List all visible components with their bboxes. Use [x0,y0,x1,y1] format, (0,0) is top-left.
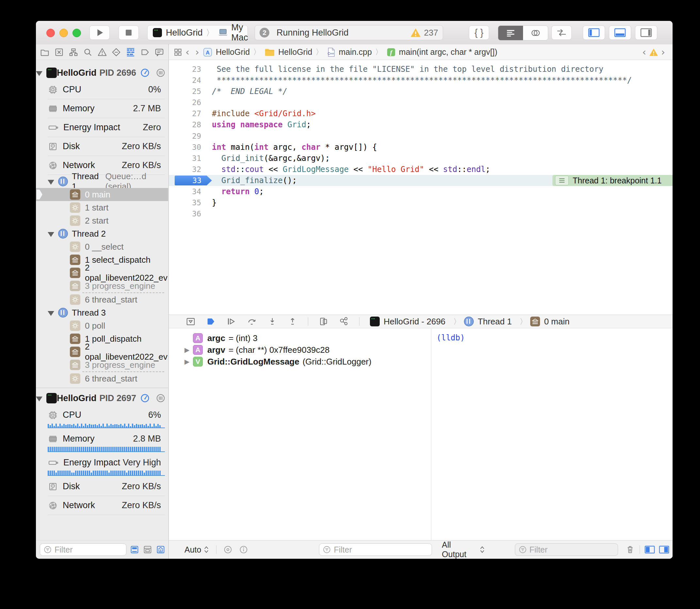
breakpoint-badge[interactable]: 33 [175,176,212,185]
line-number[interactable]: 28 [169,119,201,130]
line-number[interactable]: 23 [169,64,201,75]
debug-breadcrumb-item[interactable]: 0 main [544,317,569,327]
info-button[interactable] [239,545,249,555]
find-navigator-icon[interactable] [83,47,93,57]
stack-frame-row[interactable]: 3 progress_engine [36,358,168,371]
stat-row[interactable]: CPU6% [36,406,168,424]
console-view[interactable]: (lldb) [431,329,672,540]
thread-row[interactable]: Thread 2 [36,227,168,240]
disclosure-triangle-icon[interactable] [36,397,42,401]
variable-row[interactable]: ▶Aargv= (char **) 0x7ffee9039c28 [169,344,431,356]
related-items-icon[interactable] [173,48,183,57]
scheme-selector[interactable]: HelloGrid 〉 My Mac [147,25,248,40]
jump-bar-item[interactable]: main(int argc, char * argv[]) [399,47,498,57]
line-number[interactable]: 32 [169,164,201,175]
jump-bar-item[interactable]: main.cpp [339,47,372,57]
symbol-navigator-icon[interactable] [69,47,78,57]
line-number[interactable]: 25 [169,86,201,97]
gauge-columns-icon[interactable] [156,68,166,78]
previous-issue-button[interactable]: ‹ [642,46,646,58]
debug-navigator-icon[interactable] [126,47,136,57]
thread-row[interactable]: Thread 3 [36,306,168,319]
process-row[interactable]: HelloGridPID 2697 [36,391,168,406]
step-out-button[interactable] [288,317,297,326]
toggle-debug-area-button[interactable] [609,25,631,40]
disclosure-triangle-icon[interactable] [48,232,54,237]
jump-bar-item[interactable]: HelloGrid [216,47,250,57]
gauge-columns-icon[interactable] [156,393,166,403]
step-into-button[interactable] [268,317,277,326]
line-number[interactable]: 24 [169,75,201,86]
zoom-window-button[interactable] [72,29,81,37]
stack-frame-row[interactable]: 0 main [36,188,168,201]
stat-row[interactable]: NetworkZero KB/s [36,496,168,515]
disclosure-triangle-icon[interactable]: ▶ [185,358,193,366]
line-number[interactable]: 31 [169,153,201,164]
minimize-window-button[interactable] [59,29,68,37]
toggle-inspector-button[interactable] [635,25,657,40]
next-issue-button[interactable]: › [661,46,665,58]
code-snippets-button[interactable]: { } [469,25,489,40]
filter-debug-gauges-button[interactable] [143,545,152,555]
stack-frame-row[interactable]: 6 thread_start [36,372,168,385]
stat-row[interactable]: Memory2.7 MB [36,99,168,118]
line-number[interactable]: 27 [169,108,201,119]
assistant-editor-button[interactable] [523,26,548,40]
stack-frame-row[interactable]: 3 progress_engine [36,279,168,292]
line-number[interactable]: 26 [169,97,201,108]
hide-debug-area-button[interactable] [186,317,195,326]
breakpoint-annotation[interactable]: Thread 1: breakpoint 1.1 [552,175,672,186]
breakpoint-navigator-icon[interactable] [140,47,150,57]
close-window-button[interactable] [46,29,55,37]
process-row[interactable]: HelloGridPID 2696 [36,65,168,80]
filter-stack-frames-button[interactable] [156,545,166,555]
stack-frame-row[interactable]: 1 start [36,201,168,214]
version-editor-button[interactable] [551,25,572,40]
warning-count[interactable]: 237 [424,28,438,38]
test-navigator-icon[interactable] [111,47,121,57]
stat-row[interactable]: DiskZero KB/s [36,137,168,156]
standard-editor-button[interactable] [498,26,523,40]
run-button[interactable] [89,25,110,40]
line-number[interactable]: 35 [169,197,201,208]
disclosure-triangle-icon[interactable] [48,311,54,316]
console-filter-field[interactable]: Filter [515,543,618,556]
activity-status-bar[interactable]: 2 Running HelloGrid 237 [255,25,443,40]
stack-frame-row[interactable]: 2 start [36,214,168,227]
stat-row[interactable]: Energy ImpactVery High [36,453,168,472]
stop-button[interactable] [119,25,139,40]
gauge-speedometer-icon[interactable] [140,393,150,403]
continue-button[interactable] [226,317,236,326]
view-debugger-button[interactable] [319,317,328,326]
debug-breadcrumb-item[interactable]: HelloGrid - 2696 [383,317,445,327]
watch-variables-button[interactable] [223,545,233,555]
thread-row[interactable]: Thread 1Queue:…d (serial) [36,175,168,188]
line-number[interactable]: 30 [169,142,201,153]
disclosure-triangle-icon[interactable] [36,71,42,76]
stack-frame-row[interactable]: 0 poll [36,319,168,332]
project-navigator-icon[interactable] [40,47,50,57]
line-number[interactable]: 29 [169,130,201,142]
toggle-navigator-button[interactable] [583,25,605,40]
stat-row[interactable]: Energy ImpactZero [36,118,168,137]
jump-bar-item[interactable]: HelloGrid [278,47,312,57]
disclosure-triangle-icon[interactable] [48,180,54,185]
variables-scope-popup[interactable]: Auto [185,545,211,555]
step-over-button[interactable] [246,317,257,326]
console-output-popup[interactable]: All Output [442,540,487,559]
line-number[interactable]: 34 [169,186,201,197]
go-forward-button[interactable]: › [195,46,199,58]
toggle-variables-view-button[interactable] [645,545,655,554]
stack-frame-row[interactable]: 2 opal_libevent2022_ev… [36,345,168,358]
source-control-navigator-icon[interactable] [54,47,64,57]
stack-frame-row[interactable]: 6 thread_start [36,293,168,306]
filter-running-processes-button[interactable] [130,545,139,555]
go-back-button[interactable]: ‹ [185,46,189,58]
variable-row[interactable]: Aargc= (int) 3 [169,332,431,344]
debug-breadcrumb-item[interactable]: Thread 1 [478,317,512,327]
clear-console-button[interactable] [625,545,635,555]
disclosure-triangle-icon[interactable]: ▶ [185,346,193,354]
stack-frame-row[interactable]: 0 __select [36,240,168,253]
stack-frame-row[interactable]: 2 opal_libevent2022_ev… [36,266,168,279]
code-editor[interactable]: 23 See the full license in the file "LIC… [169,60,672,315]
